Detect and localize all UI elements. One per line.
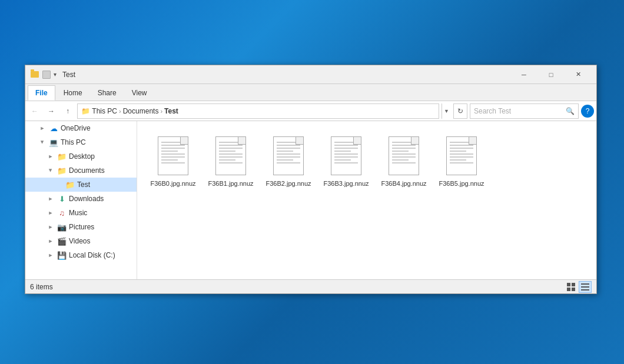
crumb-sep-1: › xyxy=(119,108,121,115)
svg-rect-5 xyxy=(581,286,589,288)
view-grid-button[interactable] xyxy=(565,281,577,293)
file-name-0: F36B0.jpg.nnuz xyxy=(150,179,195,188)
search-input[interactable] xyxy=(474,107,563,115)
sidebar-item-downloads[interactable]: ► ⬇ Downloads xyxy=(25,192,137,206)
sidebar-item-localdisk[interactable]: ► 💾 Local Disk (C:) xyxy=(25,248,137,262)
doc-line xyxy=(334,156,358,158)
file-name-2: F36B2.jpg.nnuz xyxy=(265,179,311,188)
tab-home[interactable]: Home xyxy=(57,85,89,101)
desktop-icon: 📁 xyxy=(57,152,67,161)
doc-icon-0 xyxy=(158,136,188,175)
close-button[interactable]: ✕ xyxy=(565,65,592,84)
doc-line xyxy=(334,153,358,155)
file-name-3: F36B3.jpg.nnuz xyxy=(323,179,369,188)
tab-file[interactable]: File xyxy=(28,85,55,101)
svg-rect-0 xyxy=(567,283,570,286)
sidebar-label-downloads: Downloads xyxy=(69,195,104,203)
doc-line xyxy=(392,151,409,152)
doc-line xyxy=(161,151,178,152)
file-item-5[interactable]: F36B5.jpg.nnuz xyxy=(435,131,488,192)
doc-line xyxy=(219,156,243,158)
doc-icon-3 xyxy=(331,136,361,175)
doc-line xyxy=(450,145,473,146)
list-view-icon xyxy=(581,283,589,291)
sidebar-item-music[interactable]: ► ♫ Music xyxy=(25,206,137,220)
address-dropdown-button[interactable]: ▼ xyxy=(442,103,451,119)
refresh-button[interactable]: ↻ xyxy=(453,103,467,119)
sidebar-label-desktop: Desktop xyxy=(69,152,95,161)
doc-line xyxy=(277,156,300,158)
pin-icon: ▾ xyxy=(54,71,57,78)
sidebar-label-test: Test xyxy=(77,181,90,189)
up-button[interactable]: ↑ xyxy=(61,104,75,118)
doc-line xyxy=(334,162,358,163)
file-icon-4 xyxy=(386,135,421,177)
doc-line xyxy=(392,159,409,161)
minimize-button[interactable]: ─ xyxy=(510,65,537,84)
sidebar-item-videos[interactable]: ► 🎬 Videos xyxy=(25,234,137,248)
sidebar-item-desktop[interactable]: ► 📁 Desktop xyxy=(25,149,137,163)
pictures-icon: 📷 xyxy=(57,222,67,232)
sidebar-item-documents[interactable]: ► 📁 Documents xyxy=(25,163,137,178)
arrow-desktop: ► xyxy=(47,152,55,161)
view-details-button[interactable] xyxy=(579,281,592,293)
sidebar-label-pictures: Pictures xyxy=(69,223,94,231)
doc-line xyxy=(219,159,235,161)
doc-line xyxy=(334,148,358,149)
title-bar: ▾ Test ─ □ ✕ xyxy=(25,65,596,84)
file-item-4[interactable]: F36B4.jpg.nnuz xyxy=(377,131,430,192)
doc-line xyxy=(219,162,243,163)
doc-icon-5 xyxy=(446,136,477,175)
doc-line xyxy=(450,148,473,149)
videos-icon: 🎬 xyxy=(57,236,67,246)
arrow-documents: ► xyxy=(47,166,55,175)
doc-line xyxy=(161,159,178,161)
file-content-area: F36B0.jpg.nnuz F36B1.jpg.nnuz xyxy=(137,121,596,279)
file-explorer-window: ▾ Test ─ □ ✕ File Home Share View ← → ↑ … xyxy=(25,65,597,294)
doc-line xyxy=(219,153,243,155)
svg-rect-4 xyxy=(581,283,589,285)
sidebar-label-localdisk: Local Disk (C:) xyxy=(69,251,115,259)
file-item-3[interactable]: F36B3.jpg.nnuz xyxy=(320,131,373,192)
doc-line xyxy=(277,148,300,149)
doc-line xyxy=(161,142,185,143)
address-bar[interactable]: 📁 This PC › Documents › Test xyxy=(77,103,439,119)
sidebar-item-thispc[interactable]: ► 💻 This PC xyxy=(25,135,137,149)
doc-line xyxy=(277,159,293,161)
search-box[interactable]: 🔍 xyxy=(470,103,579,119)
sidebar-label-onedrive: OneDrive xyxy=(61,124,91,132)
maximize-button[interactable]: □ xyxy=(537,65,565,84)
doc-line xyxy=(161,162,185,163)
file-icon-3 xyxy=(328,135,364,177)
doc-line xyxy=(392,148,416,149)
file-name-5: F36B5.jpg.nnuz xyxy=(439,179,484,188)
doc-icon-2 xyxy=(273,136,304,175)
doc-line xyxy=(161,156,185,158)
forward-button[interactable]: → xyxy=(44,104,58,118)
sidebar-item-pictures[interactable]: ► 📷 Pictures xyxy=(25,220,137,234)
doc-line xyxy=(277,153,300,155)
doc-line xyxy=(277,142,300,143)
tab-view[interactable]: View xyxy=(125,85,154,101)
file-icon-5 xyxy=(444,135,479,177)
file-item-1[interactable]: F36B1.jpg.nnuz xyxy=(204,131,257,192)
back-button[interactable]: ← xyxy=(28,104,42,118)
file-icon-2 xyxy=(271,135,306,177)
doc-line xyxy=(219,151,235,152)
folder-icon-title xyxy=(30,70,39,79)
ribbon-tabs: File Home Share View xyxy=(25,84,596,101)
grid-view-icon xyxy=(567,283,575,291)
crumb-folder-icon: 📁 xyxy=(81,107,92,115)
sidebar-item-test[interactable]: ► 📁 Test xyxy=(25,178,137,192)
file-icon-0 xyxy=(155,135,191,177)
file-item-2[interactable]: F36B2.jpg.nnuz xyxy=(262,131,315,192)
help-button[interactable]: ? xyxy=(581,105,594,118)
crumb-sep-2: › xyxy=(160,108,162,115)
arrow-music: ► xyxy=(47,209,55,217)
downloads-icon: ⬇ xyxy=(57,194,67,203)
doc-line xyxy=(392,156,416,158)
sidebar-item-onedrive[interactable]: ► ☁ OneDrive xyxy=(25,121,137,135)
tab-share[interactable]: Share xyxy=(91,85,124,101)
file-item-0[interactable]: F36B0.jpg.nnuz xyxy=(147,131,200,192)
doc-line xyxy=(334,145,358,146)
